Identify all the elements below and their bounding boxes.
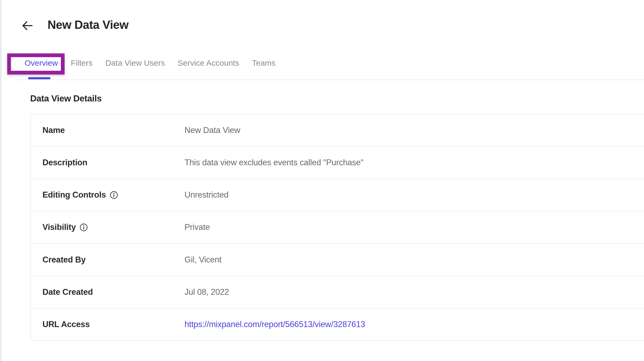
row-value: Jul 08, 2022 <box>184 287 229 297</box>
row-label: Name <box>42 125 65 135</box>
tab-filters[interactable]: Filters <box>71 58 93 68</box>
tab-overview[interactable]: Overview <box>25 58 58 68</box>
tab-bar: OverviewFiltersData View UsersService Ac… <box>25 56 276 70</box>
table-row: Description This data view excludes even… <box>31 146 644 178</box>
row-value: Private <box>184 222 210 232</box>
table-row: Created By Gil, Vicent <box>31 243 644 276</box>
arrow-left-icon <box>21 19 33 32</box>
tab-service-accounts[interactable]: Service Accounts <box>178 58 239 68</box>
section-title: Data View Details <box>30 93 102 104</box>
details-card: Name New Data View Description This data… <box>30 114 644 341</box>
url-access-link[interactable]: https://mixpanel.com/report/566513/view/… <box>184 320 365 329</box>
data-view-settings-page: New Data View OverviewFiltersData View U… <box>0 0 644 361</box>
row-label: Editing Controls <box>42 190 118 200</box>
row-value: This data view excludes events called "P… <box>184 158 364 167</box>
left-panel-edge <box>0 0 2 361</box>
table-row: Visibility Private <box>31 211 644 243</box>
row-label: URL Access <box>42 320 90 329</box>
row-label: Description <box>42 158 87 167</box>
table-row: Date Created Jul 08, 2022 <box>31 276 644 308</box>
row-label: Date Created <box>42 287 93 297</box>
table-row: URL Access https://mixpanel.com/report/5… <box>31 308 644 340</box>
tab-bar-divider <box>17 80 644 80</box>
info-icon[interactable] <box>110 191 118 199</box>
row-value: Unrestricted <box>184 190 229 200</box>
back-button[interactable] <box>21 19 34 32</box>
row-value: Gil, Vicent <box>184 255 222 265</box>
row-label: Created By <box>42 255 86 265</box>
row-label: Visibility <box>42 222 88 232</box>
row-value: New Data View <box>184 125 240 135</box>
table-row: Editing Controls Unrestricted <box>31 179 644 211</box>
tab-teams[interactable]: Teams <box>252 58 276 68</box>
tab-data-view-users[interactable]: Data View Users <box>105 58 165 68</box>
page-title: New Data View <box>48 18 128 32</box>
info-icon[interactable] <box>80 223 88 231</box>
table-row: Name New Data View <box>31 114 644 146</box>
active-tab-indicator <box>28 77 50 79</box>
